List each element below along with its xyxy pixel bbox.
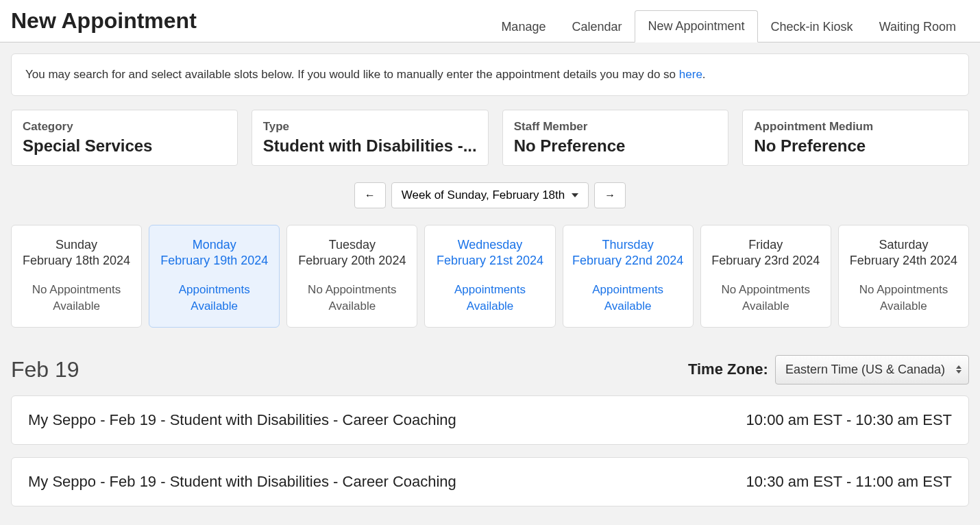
day-card-wed[interactable]: WednesdayFebruary 21st 2024Appointments …	[424, 225, 555, 328]
tab-calendar[interactable]: Calendar	[559, 11, 635, 42]
day-card-fri[interactable]: FridayFebruary 23rd 2024No Appointments …	[700, 225, 831, 328]
day-card-tue[interactable]: TuesdayFebruary 20th 2024No Appointments…	[286, 225, 417, 328]
info-banner: You may search for and select available …	[11, 53, 969, 96]
slot-list: My Seppo - Feb 19 - Student with Disabil…	[11, 395, 969, 506]
timezone-select[interactable]: Eastern Time (US & Canada)	[775, 355, 969, 384]
timezone-value: Eastern Time (US & Canada)	[785, 363, 945, 376]
days-row: SundayFebruary 18th 2024No Appointments …	[11, 225, 969, 328]
manual-entry-link[interactable]: here	[679, 68, 702, 81]
filter-label: Appointment Medium	[754, 120, 957, 134]
tab-manage[interactable]: Manage	[488, 11, 559, 42]
selected-date-heading: Feb 19	[11, 357, 79, 382]
day-card-sun[interactable]: SundayFebruary 18th 2024No Appointments …	[11, 225, 142, 328]
slot-time: 10:30 am EST - 11:00 am EST	[746, 473, 952, 491]
info-text: You may search for and select available …	[25, 68, 679, 81]
top-bar: New Appointment ManageCalendarNew Appoin…	[0, 0, 980, 42]
next-week-button[interactable]: →	[594, 182, 626, 208]
day-name: Tuesday	[293, 238, 411, 252]
filter-value: No Preference	[754, 136, 957, 156]
page-title: New Appointment	[11, 8, 197, 42]
filter-label: Type	[263, 120, 477, 134]
timezone-row: Time Zone: Eastern Time (US & Canada)	[688, 355, 969, 384]
tab-list: ManageCalendarNew AppointmentCheck-in Ki…	[488, 10, 969, 42]
day-status: No Appointments Available	[293, 282, 411, 315]
filter-value: No Preference	[514, 136, 718, 156]
day-name: Friday	[707, 238, 825, 252]
day-name: Saturday	[844, 238, 963, 252]
appointment-slot[interactable]: My Seppo - Feb 19 - Student with Disabil…	[11, 395, 969, 445]
day-status: Appointments Available	[430, 282, 549, 315]
day-date: February 23rd 2024	[707, 254, 825, 268]
slot-header: Feb 19 Time Zone: Eastern Time (US & Can…	[11, 355, 969, 384]
tab-new-appointment[interactable]: New Appointment	[635, 10, 757, 42]
slot-time: 10:00 am EST - 10:30 am EST	[746, 411, 952, 429]
day-card-sat[interactable]: SaturdayFebruary 24th 2024No Appointment…	[838, 225, 969, 328]
week-selector-button[interactable]: Week of Sunday, February 18th	[391, 182, 589, 208]
filter-type[interactable]: Type Student with Disabilities -...	[252, 110, 489, 166]
filter-category[interactable]: Category Special Services	[11, 110, 238, 166]
day-status: No Appointments Available	[844, 282, 963, 315]
day-date: February 19th 2024	[155, 254, 273, 268]
day-card-thu[interactable]: ThursdayFebruary 22nd 2024Appointments A…	[563, 225, 694, 328]
tab-waiting-room[interactable]: Waiting Room	[866, 11, 969, 42]
day-status: No Appointments Available	[17, 282, 136, 315]
day-date: February 22nd 2024	[569, 254, 687, 268]
prev-week-button[interactable]: ←	[354, 182, 386, 208]
day-date: February 20th 2024	[293, 254, 411, 268]
week-navigation: ← Week of Sunday, February 18th →	[11, 182, 969, 208]
arrow-right-icon: →	[604, 189, 615, 202]
filter-value: Special Services	[23, 136, 226, 156]
arrow-left-icon: ←	[365, 189, 376, 202]
day-date: February 24th 2024	[844, 254, 963, 268]
timezone-label: Time Zone:	[688, 361, 768, 378]
filter-staff[interactable]: Staff Member No Preference	[502, 110, 729, 166]
info-text-after: .	[702, 68, 706, 81]
day-date: February 21st 2024	[430, 254, 549, 268]
day-status: No Appointments Available	[707, 282, 825, 315]
day-status: Appointments Available	[569, 282, 687, 315]
day-status: Appointments Available	[155, 282, 273, 315]
day-name: Monday	[155, 238, 273, 252]
week-label: Week of Sunday, February 18th	[402, 188, 565, 202]
day-name: Thursday	[569, 238, 687, 252]
filter-row: Category Special Services Type Student w…	[11, 110, 969, 166]
filter-medium[interactable]: Appointment Medium No Preference	[742, 110, 969, 166]
tab-checkin-kiosk[interactable]: Check-in Kiosk	[758, 11, 866, 42]
day-card-mon[interactable]: MondayFebruary 19th 2024Appointments Ava…	[149, 225, 280, 328]
select-stepper-icon	[956, 365, 961, 374]
content-area: You may search for and select available …	[0, 42, 980, 525]
filter-label: Staff Member	[514, 120, 718, 134]
day-name: Sunday	[17, 238, 136, 252]
appointment-slot[interactable]: My Seppo - Feb 19 - Student with Disabil…	[11, 457, 969, 506]
slot-title: My Seppo - Feb 19 - Student with Disabil…	[28, 411, 456, 429]
day-date: February 18th 2024	[17, 254, 136, 268]
slot-title: My Seppo - Feb 19 - Student with Disabil…	[28, 473, 456, 491]
filter-value: Student with Disabilities -...	[263, 136, 477, 156]
day-name: Wednesday	[430, 238, 549, 252]
caret-down-icon	[572, 193, 578, 197]
filter-label: Category	[23, 120, 226, 134]
